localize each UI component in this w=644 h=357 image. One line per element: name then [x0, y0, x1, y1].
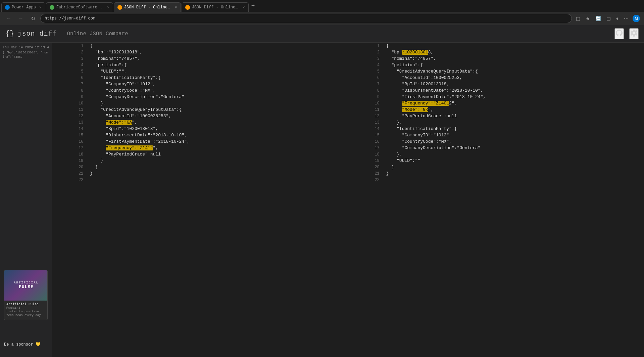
- refresh-ext-button[interactable]: 🔄: [594, 14, 602, 23]
- table-row: 9 "CompanyDescription":"Gentera": [52, 94, 348, 100]
- highlighted-diff: "Mode":"GA: [106, 120, 132, 125]
- app-name: json diff: [17, 30, 57, 38]
- address-bar[interactable]: https://json-diff.com: [40, 14, 572, 23]
- line-number: 3: [52, 55, 87, 62]
- line-number: 7: [52, 81, 87, 87]
- table-row: 10 "Frequency":"Z14012",: [348, 100, 644, 106]
- datetime-info: Thu Mar 14 2024 12:13:4 { "bp":"10200130…: [3, 45, 49, 59]
- line-number: 8: [52, 87, 87, 94]
- highlighted-diff: :102001301: [402, 50, 428, 55]
- table-row: 5 "CreditAdvanceQueryInputData":{: [348, 68, 644, 75]
- line-number: 21: [348, 170, 384, 177]
- line-number: 14: [52, 126, 87, 132]
- table-row: 1{: [348, 43, 644, 49]
- logo-braces: {}: [5, 30, 14, 38]
- table-row: 18 },: [348, 151, 644, 158]
- table-row: 3 "nomina":"74857",: [52, 55, 348, 62]
- line-number: 8: [348, 87, 384, 94]
- line-number: 21: [52, 170, 87, 177]
- line-content: "BpId":1020013018,: [384, 81, 644, 87]
- line-content: "bp":"1020013018",: [87, 49, 348, 55]
- left-sidebar: Thu Mar 14 2024 12:13:4 { "bp":"10200130…: [0, 43, 52, 357]
- app-logo: {} json diff Online JSON Compare: [5, 30, 128, 38]
- table-row: 5 "UUID":"",: [52, 68, 348, 75]
- line-content: "AccountId":"1000025253",: [87, 113, 348, 119]
- table-row: 4 "peticion":{: [348, 62, 644, 68]
- line-number: 2: [348, 49, 384, 55]
- line-content: "AccountId":1000025253,: [384, 75, 644, 81]
- line-content: "CreditAdvanceQueryInputData":{: [87, 106, 348, 113]
- line-content: "CompanyID":"1012",: [384, 132, 644, 138]
- line-content: "FirstPaymentDate":"2018-10-24",: [87, 138, 348, 145]
- table-row: 16 "CountryCode":"MX",: [348, 138, 644, 145]
- podcast-widget[interactable]: ARTIFICIAL PULSE Artificial Pulse Podcas…: [4, 270, 48, 320]
- line-number: 15: [348, 132, 384, 138]
- sponsor-link[interactable]: Be a sponsor 💛: [4, 342, 41, 347]
- table-row: 7 "BpId":1020013018,: [348, 81, 644, 87]
- line-number: 3: [348, 55, 384, 62]
- podcast-desc: Listen to positive tech news every day: [6, 310, 45, 318]
- datetime-text: Thu Mar 14 2024 12:13:4: [3, 45, 49, 50]
- tab-tab3[interactable]: JSON Diff - Online JSON Compa... ✕: [114, 2, 181, 12]
- line-number: 9: [348, 94, 384, 100]
- line-content: {: [384, 43, 644, 49]
- split-view-button[interactable]: ▢: [605, 14, 612, 23]
- table-row: 17 "CompanyDescription":"Gentera": [348, 145, 644, 151]
- line-number: 14: [348, 126, 384, 132]
- table-row: 21}: [348, 170, 644, 177]
- header-icons: [614, 28, 639, 39]
- extensions-button[interactable]: ◫: [575, 14, 582, 23]
- line-number: 20: [348, 164, 384, 170]
- line-number: 12: [348, 113, 384, 119]
- tab-tab4[interactable]: JSON Diff - Online JSON Compa... ✕: [182, 2, 249, 12]
- podcast-info: Artificial Pulse Podcast Listen to posit…: [4, 301, 47, 320]
- nav-bar: ← → ↻ https://json-diff.com ◫ ★ 🔄 ▢ ♦ ⋯ …: [0, 12, 644, 25]
- tab-tab2[interactable]: FabricadeSoftware - Simulador F... ✕: [46, 2, 113, 12]
- back-button[interactable]: ←: [4, 14, 13, 23]
- line-content: "FirstPaymentDate":"2018-10-24",: [384, 94, 644, 100]
- new-tab-button[interactable]: +: [249, 2, 258, 9]
- line-content: "peticion":{: [384, 62, 644, 68]
- line-number: 6: [52, 75, 87, 81]
- table-row: 11 "Mode":"GR",: [348, 106, 644, 113]
- tab-tab1[interactable]: Power Apps ✕: [1, 2, 45, 12]
- line-content: }: [87, 158, 348, 164]
- line-content: },: [87, 100, 348, 106]
- table-row: 3 "nomina":"74857",: [348, 55, 644, 62]
- reload-button[interactable]: ↻: [28, 14, 38, 23]
- line-number: 15: [52, 132, 87, 138]
- highlighted-diff: "Frequency":"Z1401: [402, 101, 449, 106]
- line-content: }: [384, 170, 644, 177]
- favorites-button[interactable]: ♦: [615, 14, 620, 23]
- table-row: 15 "CompanyID":"1012",: [348, 132, 644, 138]
- line-content: "Mode":"GA",: [87, 119, 348, 126]
- line-number: 19: [52, 158, 87, 164]
- github-icon[interactable]: [614, 28, 624, 39]
- star-button[interactable]: ★: [584, 14, 591, 23]
- line-content: "bp":1020013018,: [384, 49, 644, 55]
- table-row: 19 "UUID":"": [348, 158, 644, 164]
- table-row: 10 },: [52, 100, 348, 106]
- line-content: "CompanyDescription":"Gentera": [384, 145, 644, 151]
- table-row: 4 "peticion":{: [52, 62, 348, 68]
- line-content: },: [384, 119, 644, 126]
- settings-icon[interactable]: [629, 28, 639, 39]
- main-content: Thu Mar 14 2024 12:13:4 { "bp":"10200130…: [0, 43, 644, 357]
- profile-button[interactable]: M: [633, 15, 640, 22]
- table-row: 6 "IdentificationParty":{: [52, 75, 348, 81]
- table-row: 12 "AccountId":"1000025253",: [52, 113, 348, 119]
- url-text: https://json-diff.com: [45, 16, 95, 21]
- line-number: 22: [52, 177, 87, 183]
- table-row: 19 }: [52, 158, 348, 164]
- browser-chrome: Power Apps ✕ FabricadeSoftware - Simulad…: [0, 0, 644, 25]
- podcast-title: Artificial Pulse Podcast: [6, 303, 45, 310]
- table-row: 8 "CountryCode":"MX",: [52, 87, 348, 94]
- line-content: {: [87, 43, 348, 49]
- line-number: 18: [348, 151, 384, 158]
- table-row: 11 "CreditAdvanceQueryInputData":{: [52, 106, 348, 113]
- line-number: 13: [348, 119, 384, 126]
- line-content: "Frequency":"Z1412",: [87, 145, 348, 151]
- forward-button[interactable]: →: [16, 14, 26, 23]
- line-content: "CountryCode":"MX",: [87, 87, 348, 94]
- more-button[interactable]: ⋯: [623, 14, 630, 23]
